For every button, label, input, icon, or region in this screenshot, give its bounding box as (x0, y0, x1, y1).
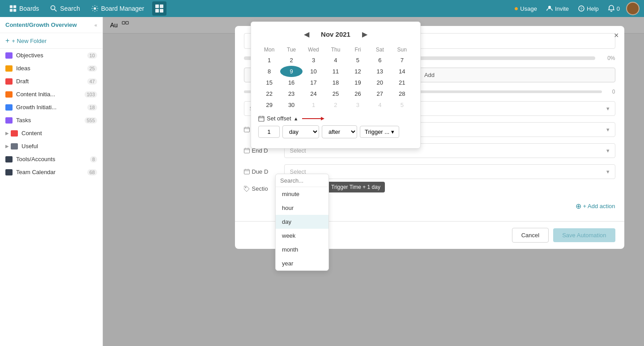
sidebar-item-draft[interactable]: Draft 47 (0, 75, 102, 88)
dropdown-item-year[interactable]: year (276, 256, 328, 270)
calendar-day[interactable]: 14 (391, 66, 413, 77)
calendar-day[interactable]: 21 (391, 77, 413, 88)
calendar-next-button[interactable]: ▶ (359, 29, 370, 39)
calendar-day[interactable]: 5 (391, 99, 413, 111)
due-date-select[interactable]: Select ▾ (284, 164, 615, 179)
calendar-day[interactable]: 1 (303, 99, 324, 111)
svg-rect-9 (155, 9, 159, 13)
number-value: 0 (606, 89, 615, 95)
nav-boards[interactable]: Boards (4, 3, 43, 14)
add-action-label: + Add action (583, 203, 615, 209)
calendar-month-label: Nov 2021 (321, 30, 350, 38)
calendar-day[interactable]: 28 (391, 88, 413, 99)
sidebar-item-objectives[interactable]: Objectives 10 (0, 49, 102, 62)
unit-select[interactable]: minute hour day week month year (282, 125, 319, 138)
calendar-day[interactable]: 3 (347, 99, 369, 111)
sidebar-item-content-initia[interactable]: Content Initia... 103 (0, 88, 102, 101)
set-offset-toggle[interactable]: Set offset ▲ (258, 115, 299, 122)
nav-help[interactable]: ? Help (575, 3, 601, 14)
calendar-day[interactable]: 16 (280, 77, 302, 88)
cal-day-wed: Wed (303, 45, 324, 55)
main-layout: Content/Growth Overview « + + New Folder… (0, 17, 644, 346)
chevron-up-icon: ▲ (294, 116, 299, 121)
tooltip-text: Trigger Time + 1 day (331, 184, 380, 190)
calendar-day[interactable]: 7 (391, 55, 413, 66)
dropdown-search-input[interactable] (280, 177, 324, 184)
calendar-day[interactable]: 24 (303, 88, 324, 99)
sidebar-item-label: Useful (21, 143, 97, 150)
calendar-prev-button[interactable]: ◀ (301, 29, 312, 39)
nav-notifications[interactable]: 0 (605, 3, 623, 14)
sidebar-item-tasks[interactable]: Tasks 555 (0, 114, 102, 127)
user-avatar[interactable] (626, 2, 640, 15)
svg-point-11 (548, 6, 551, 9)
trigger-button[interactable]: Trigger ... ▾ (360, 126, 399, 138)
sidebar-item-tools[interactable]: Tools/Accounts 8 (0, 153, 102, 166)
direction-select[interactable]: after before (322, 125, 357, 138)
cancel-button[interactable]: Cancel (512, 228, 549, 243)
calendar-day[interactable]: 12 (347, 66, 369, 77)
sidebar-collapse-icon[interactable]: « (94, 22, 97, 28)
folder-icon (5, 65, 13, 72)
add-action-button[interactable]: ⊕ + Add action (576, 202, 615, 210)
modal-close-button[interactable]: × (614, 31, 619, 39)
dropdown-item-minute[interactable]: minute (276, 187, 328, 201)
calendar-day[interactable]: 8 (258, 66, 280, 77)
calendar-small-icon (244, 127, 250, 132)
calendar-small-icon2 (244, 148, 250, 154)
calendar-day[interactable]: 22 (258, 88, 280, 99)
dropdown-item-hour[interactable]: hour (276, 201, 328, 215)
calendar-day[interactable]: 2 (324, 99, 346, 111)
calendar-day[interactable]: 6 (369, 55, 391, 66)
sidebar-item-count: 8 (90, 156, 97, 162)
calendar-day[interactable]: 17 (303, 77, 324, 88)
calendar-day[interactable]: 5 (347, 55, 369, 66)
folder-icon (5, 52, 13, 59)
sidebar-item-content[interactable]: ▶ Content (0, 127, 102, 140)
calendar-day[interactable]: 30 (280, 99, 302, 111)
nav-usage[interactable]: ● Usage (512, 3, 540, 14)
calendar-day[interactable]: 19 (347, 77, 369, 88)
section-label: Sectio (244, 185, 280, 192)
calendar-day[interactable]: 29 (258, 99, 280, 111)
calendar-day[interactable]: 20 (369, 77, 391, 88)
search-icon (50, 4, 58, 13)
calendar-day[interactable]: 27 (369, 88, 391, 99)
folder-icon (11, 143, 18, 150)
calendar-day[interactable]: 15 (258, 77, 280, 88)
calendar-day[interactable]: 18 (324, 77, 346, 88)
calendar-day[interactable]: 9 (280, 66, 302, 77)
cal-day-sat: Sat (369, 45, 391, 55)
calendar-day[interactable]: 10 (303, 66, 324, 77)
sidebar-item-team-calendar[interactable]: Team Calendar 68 (0, 166, 102, 179)
dropdown-item-week[interactable]: week (276, 229, 328, 243)
dropdown-item-day[interactable]: day (276, 215, 328, 229)
expand-icon: ▶ (5, 144, 9, 149)
calendar-day[interactable]: 3 (303, 55, 324, 66)
offset-value-input[interactable] (258, 126, 280, 138)
calendar-day[interactable]: 1 (258, 55, 280, 66)
sidebar-item-useful[interactable]: ▶ Useful (0, 140, 102, 153)
nav-invite[interactable]: Invite (543, 3, 571, 14)
nav-search[interactable]: Search (45, 3, 84, 14)
calendar-day[interactable]: 11 (324, 66, 346, 77)
calendar-day[interactable]: 25 (324, 88, 346, 99)
calendar-day[interactable]: 13 (369, 66, 391, 77)
svg-rect-8 (160, 4, 163, 8)
sidebar-item-growth-initia[interactable]: Growth Initiati... 18 (0, 101, 102, 114)
new-folder-button[interactable]: + + New Folder (0, 33, 102, 49)
calendar-day[interactable]: 26 (347, 88, 369, 99)
nav-board-manager[interactable]: Board Manager (86, 3, 149, 14)
calendar-day[interactable]: 4 (369, 99, 391, 111)
new-folder-label: + New Folder (12, 38, 47, 44)
offset-tooltip: Trigger Time + 1 day (327, 182, 385, 192)
sidebar-item-label: Tools/Accounts (16, 156, 90, 162)
calendar-day[interactable]: 23 (280, 88, 302, 99)
sidebar-item-ideas[interactable]: Ideas 25 (0, 62, 102, 75)
save-automation-button[interactable]: Save Automation (553, 228, 615, 242)
dropdown-item-month[interactable]: month (276, 243, 328, 256)
calendar-day[interactable]: 4 (324, 55, 346, 66)
sidebar-item-label: Tasks (16, 117, 85, 124)
calendar-day[interactable]: 2 (280, 55, 302, 66)
sidebar-header: Content/Growth Overview « (0, 17, 102, 33)
